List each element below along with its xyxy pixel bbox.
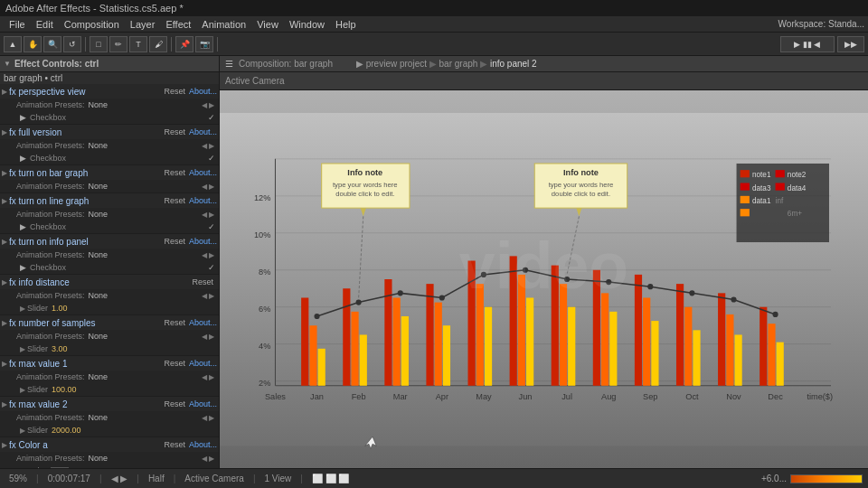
svg-rect-59	[693, 330, 700, 385]
fx-row-info[interactable]: ▶ fx turn on info panel Reset About...	[0, 234, 219, 249]
fx-label-samples: fx number of samples	[9, 318, 164, 328]
checkbox-check-full[interactable]: ✓	[208, 154, 215, 163]
fx-reset-colora[interactable]: Reset	[164, 440, 185, 449]
menu-window[interactable]: Window	[284, 19, 330, 30]
svg-point-66	[314, 314, 319, 319]
menu-edit[interactable]: Edit	[31, 19, 59, 30]
menu-view[interactable]: View	[251, 19, 284, 30]
tool-camera[interactable]: 📷	[195, 36, 213, 52]
fx-reset-line[interactable]: Reset	[164, 196, 185, 205]
fx-about-bar[interactable]: About...	[189, 168, 217, 177]
view-mode[interactable]: 1 View	[260, 474, 295, 483]
expand-icon-cb-info: ▶	[20, 263, 26, 272]
svg-text:Sales: Sales	[265, 392, 286, 401]
breadcrumb-comp: Composition: bar graph	[239, 59, 333, 69]
fx-about-samples[interactable]: About...	[189, 318, 217, 327]
fx-reset-max2[interactable]: Reset	[164, 399, 185, 408]
comp-viewport: 2% 4% 6% 8% 10% 12% Sales Jan Feb Mar Ap…	[220, 90, 868, 468]
tool-pin[interactable]: 📌	[175, 36, 193, 52]
fx-line-graph: ▶ fx turn on line graph Reset About... A…	[0, 193, 219, 234]
active-camera-status[interactable]: Active Camera	[181, 474, 248, 483]
tool-rect[interactable]: □	[90, 36, 108, 52]
fx-full-version: ▶ fx full version Reset About... Animati…	[0, 125, 219, 165]
quality-dropdown[interactable]: Half	[145, 474, 168, 483]
menu-layer[interactable]: Layer	[125, 19, 161, 30]
color-swatch-a[interactable]	[51, 467, 69, 468]
color-label-a: Color	[27, 466, 47, 468]
fx-about-perspective[interactable]: About...	[189, 87, 217, 96]
anim-preset-label-line: Animation Presets:	[16, 210, 85, 219]
tool-hand[interactable]: ✋	[24, 36, 42, 52]
fx-about-info[interactable]: About...	[189, 237, 217, 246]
timecode[interactable]: 0:00:07:17	[44, 474, 94, 483]
menu-composition[interactable]: Composition	[59, 19, 125, 30]
menu-help[interactable]: Help	[330, 19, 362, 30]
fx-row-colora[interactable]: ▶ fx Color a Reset About...	[0, 437, 219, 452]
tool-rotate[interactable]: ↺	[63, 36, 81, 52]
svg-rect-30	[301, 297, 308, 385]
svg-text:type your words here: type your words here	[549, 181, 614, 189]
fx-reset-samples[interactable]: Reset	[164, 318, 185, 327]
fx-row-distance[interactable]: ▶ fx info distance Reset	[0, 275, 219, 289]
slider-value-max2[interactable]: 2000.00	[52, 426, 215, 435]
bc-preview: ▶ preview project	[356, 59, 427, 69]
render-controls[interactable]: ⬜ ⬜ ⬜	[308, 474, 354, 483]
fx-row-full[interactable]: ▶ fx full version Reset About...	[0, 125, 219, 139]
svg-rect-61	[726, 314, 733, 386]
fx-row-max1[interactable]: ▶ fx max value 1 Reset About...	[0, 356, 219, 371]
fx-row-max2[interactable]: ▶ fx max value 2 Reset About...	[0, 397, 219, 411]
menu-file[interactable]: File	[4, 19, 31, 30]
svg-text:May: May	[476, 392, 492, 401]
checkbox-row-info: ▶ Checkbox ✓	[0, 261, 219, 274]
checkbox-check-line[interactable]: ✓	[208, 222, 215, 231]
fx-about-line[interactable]: About...	[189, 196, 217, 205]
tool-pen[interactable]: ✏	[109, 36, 127, 52]
frame-controls[interactable]: ◀ ▶	[108, 474, 132, 483]
fx-reset-info[interactable]: Reset	[164, 237, 185, 246]
tool-arrow[interactable]: ▲	[4, 36, 22, 52]
slider-value-samples[interactable]: 3.00	[52, 344, 215, 353]
fx-about-max1[interactable]: About...	[189, 359, 217, 368]
svg-text:data3: data3	[752, 184, 771, 192]
fx-row-perspective[interactable]: ▶ fx perspective view Reset About...	[0, 84, 219, 99]
tool-zoom[interactable]: 🔍	[43, 36, 61, 52]
fx-label-distance: fx info distance	[9, 277, 192, 287]
fx-reset-full[interactable]: Reset	[164, 127, 185, 136]
slider-value-max1[interactable]: 100.00	[52, 385, 215, 394]
svg-text:Jan: Jan	[310, 392, 324, 401]
fx-about-max2[interactable]: About...	[189, 399, 217, 408]
zoom-level[interactable]: 59%	[5, 474, 31, 483]
bc-infopanel: info panel 2	[490, 59, 537, 69]
checkbox-check-info[interactable]: ✓	[208, 263, 215, 272]
svg-rect-93	[776, 170, 785, 177]
fx-reset-max1[interactable]: Reset	[164, 359, 185, 368]
fx-row-line[interactable]: ▶ fx turn on line graph Reset About...	[0, 193, 219, 208]
svg-rect-35	[360, 334, 367, 385]
bc-sep2: ▶	[480, 59, 490, 69]
comp-btn[interactable]: ▶ ▮▮ ◀	[780, 36, 835, 52]
fx-reset-perspective[interactable]: Reset	[164, 87, 185, 96]
fx-about-full[interactable]: About...	[189, 127, 217, 136]
fx-reset-distance[interactable]: Reset	[192, 277, 213, 286]
panel-header-icon: ▼	[4, 60, 11, 68]
active-camera-label: Active Camera	[225, 76, 285, 86]
expand-icon-max1: ▶	[2, 360, 7, 368]
svg-rect-64	[768, 324, 775, 386]
fx-row-bar[interactable]: ▶ fx turn on bar graph Reset About...	[0, 165, 219, 180]
comp-toolbar: Active Camera	[220, 72, 868, 90]
tool-text[interactable]: T	[129, 36, 147, 52]
menu-animation[interactable]: Animation	[196, 19, 251, 30]
tool-brush[interactable]: 🖌	[149, 36, 167, 52]
preview-btn[interactable]: ▶▶	[837, 36, 864, 52]
fx-about-colora[interactable]: About...	[189, 440, 217, 449]
menu-effect[interactable]: Effect	[160, 19, 196, 30]
chart-svg: 2% 4% 6% 8% 10% 12% Sales Jan Feb Mar Ap…	[220, 90, 868, 468]
checkbox-check[interactable]: ✓	[208, 113, 215, 122]
fx-row-samples[interactable]: ▶ fx number of samples Reset About...	[0, 315, 219, 330]
svg-rect-52	[601, 293, 609, 385]
slider-value-distance[interactable]: 1.00	[52, 304, 215, 313]
fx-reset-bar[interactable]: Reset	[164, 168, 185, 177]
svg-rect-37	[393, 297, 401, 385]
anim-preset-row-distance: Animation Presets: None ◀ ▶	[0, 289, 219, 302]
svg-point-77	[772, 312, 778, 317]
